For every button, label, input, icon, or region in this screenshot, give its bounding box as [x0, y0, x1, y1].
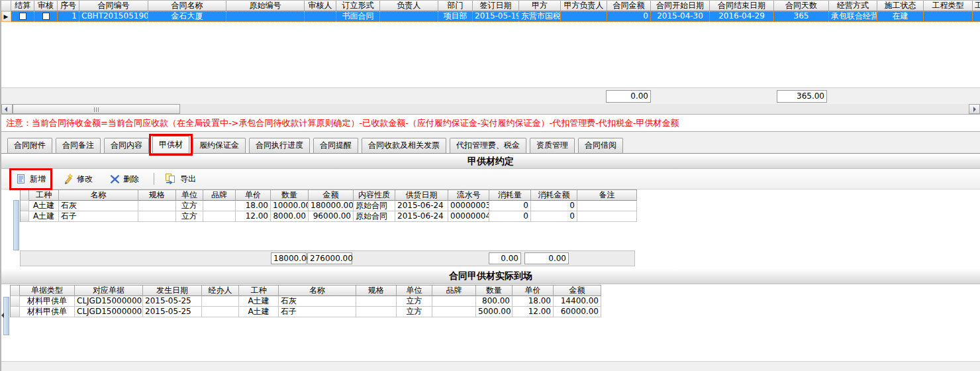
tab-contract-progress[interactable]: 合同执行进度: [249, 138, 310, 153]
tab-performance-bond[interactable]: 履约保证金: [193, 138, 246, 153]
cell[interactable]: 2015-06-24: [395, 201, 448, 211]
cell[interactable]: 立方: [397, 307, 432, 317]
cell[interactable]: 0: [531, 211, 577, 222]
column-header[interactable]: 合同编号: [79, 1, 148, 11]
column-header[interactable]: 单价: [236, 190, 271, 201]
cell[interactable]: 0: [607, 11, 651, 22]
column-header[interactable]: 工种: [29, 190, 59, 201]
column-header[interactable]: 规格: [138, 190, 176, 201]
column-header[interactable]: 施工状态: [877, 1, 924, 11]
cell[interactable]: 承包联合经营: [829, 11, 877, 22]
cell[interactable]: [356, 296, 397, 307]
column-header[interactable]: 审核: [34, 1, 58, 11]
column-header[interactable]: 经营方式: [829, 1, 877, 11]
column-header[interactable]: 合同开始日期: [651, 1, 710, 11]
cell[interactable]: A土建: [239, 296, 279, 307]
column-header[interactable]: 序号: [58, 1, 79, 11]
cell[interactable]: 书面合同: [336, 11, 380, 22]
tab-contract-remarks[interactable]: 合同备注: [56, 138, 101, 153]
cell[interactable]: 2015-06-24: [395, 211, 448, 222]
cell[interactable]: 180000.00: [309, 201, 354, 211]
cell[interactable]: 2015-05-25: [143, 307, 202, 317]
cell[interactable]: 原始合同: [354, 211, 395, 222]
cell[interactable]: 60000.00: [554, 307, 601, 317]
cell[interactable]: [380, 11, 438, 22]
cell[interactable]: [432, 296, 476, 307]
cell[interactable]: 石子: [59, 211, 138, 222]
cell[interactable]: [11, 307, 20, 317]
cell[interactable]: 2015-05-19: [473, 11, 519, 22]
column-header[interactable]: 内容性质: [354, 190, 395, 201]
cell[interactable]: [356, 307, 397, 317]
modify-button[interactable]: 修改: [59, 172, 97, 187]
column-header[interactable]: 流水号: [448, 190, 489, 201]
column-header[interactable]: 工程类型: [924, 1, 973, 11]
table-row[interactable]: 材料甲供单CLJGD1500000012015-05-25A土建石子立方5000…: [11, 307, 601, 317]
cell[interactable]: 1: [58, 11, 79, 22]
cell[interactable]: [34, 11, 58, 22]
cell[interactable]: 在建: [877, 11, 924, 22]
column-header[interactable]: 消耗金额: [531, 190, 577, 201]
cell[interactable]: 石灰: [279, 296, 356, 307]
column-header[interactable]: 签订日期: [473, 1, 519, 11]
cell[interactable]: A土建: [29, 211, 59, 222]
cell[interactable]: 材料甲供单: [20, 307, 75, 317]
cell[interactable]: 石子: [279, 307, 356, 317]
column-header[interactable]: 合同名称: [148, 1, 226, 11]
cell[interactable]: [924, 11, 973, 22]
cell[interactable]: 0: [489, 211, 531, 222]
table-row[interactable]: ▶1CBHT2015051901金石大厦书面合同项目部2015-05-19东营市…: [1, 11, 980, 22]
tab-contract-receipts-invoices[interactable]: 合同收款及相关发票: [362, 138, 446, 153]
cell[interactable]: CLJGD150000001: [75, 296, 143, 307]
column-header[interactable]: 备注: [577, 190, 637, 201]
cell[interactable]: CLJGD150000001: [75, 307, 143, 317]
cell[interactable]: 00000004: [448, 211, 489, 222]
cell[interactable]: 10000.00: [271, 201, 309, 211]
cell[interactable]: 立方: [397, 296, 432, 307]
cell[interactable]: 石灰: [59, 201, 138, 211]
cell[interactable]: 东营市国税.: [519, 11, 561, 22]
cell[interactable]: [21, 201, 29, 211]
cell[interactable]: 18.00: [513, 296, 554, 307]
table2-vertical-scrollbar[interactable]: [3, 297, 9, 335]
cell[interactable]: 项目部: [438, 11, 473, 22]
column-header[interactable]: [1, 1, 11, 11]
column-header[interactable]: 结算: [11, 1, 34, 11]
table-row[interactable]: A土建石灰立方18.0010000.00180000.00原始合同2015-06…: [21, 201, 637, 211]
cell[interactable]: 8000.00: [271, 211, 309, 222]
export-button[interactable]: 导出: [161, 172, 200, 187]
tab-withheld-fees-taxes[interactable]: 代扣管理费、税金: [450, 138, 526, 153]
column-header[interactable]: 单位: [397, 286, 432, 296]
column-header[interactable]: 发生日期: [143, 286, 202, 296]
cell[interactable]: 材料甲供单: [20, 296, 75, 307]
column-header[interactable]: 甲方负责人: [561, 1, 607, 11]
cell[interactable]: [11, 296, 20, 307]
column-header[interactable]: 单据类型: [20, 286, 75, 296]
scroll-left-button[interactable]: [1, 104, 13, 114]
cell[interactable]: [202, 296, 239, 307]
cell[interactable]: 原始合同: [354, 201, 395, 211]
cell[interactable]: [577, 201, 637, 211]
column-header[interactable]: 消耗量: [489, 190, 531, 201]
column-header[interactable]: 原始编号: [226, 1, 305, 11]
column-header[interactable]: 金额: [309, 190, 354, 201]
delete-button[interactable]: 删除: [106, 172, 143, 187]
column-header[interactable]: 合同金额: [607, 1, 651, 11]
column-header[interactable]: 名称: [59, 190, 138, 201]
cell[interactable]: 2015-04-30: [651, 11, 710, 22]
column-header[interactable]: 经办人: [202, 286, 239, 296]
tab-contract-borrowing[interactable]: 合同借阅: [578, 138, 623, 153]
column-header[interactable]: [11, 286, 20, 296]
cell[interactable]: [138, 201, 176, 211]
cell[interactable]: 12.00: [513, 307, 554, 317]
cell[interactable]: 96000.00: [309, 211, 354, 222]
cell[interactable]: [138, 211, 176, 222]
column-header[interactable]: 部门: [438, 1, 473, 11]
column-header[interactable]: 单位: [176, 190, 203, 201]
column-header[interactable]: 负责人: [380, 1, 438, 11]
cell[interactable]: 立方: [176, 211, 203, 222]
cell[interactable]: 金石大厦: [148, 11, 226, 22]
cell[interactable]: [21, 211, 29, 222]
cell[interactable]: 0: [531, 201, 577, 211]
cell[interactable]: CBHT2015051901: [79, 11, 148, 22]
